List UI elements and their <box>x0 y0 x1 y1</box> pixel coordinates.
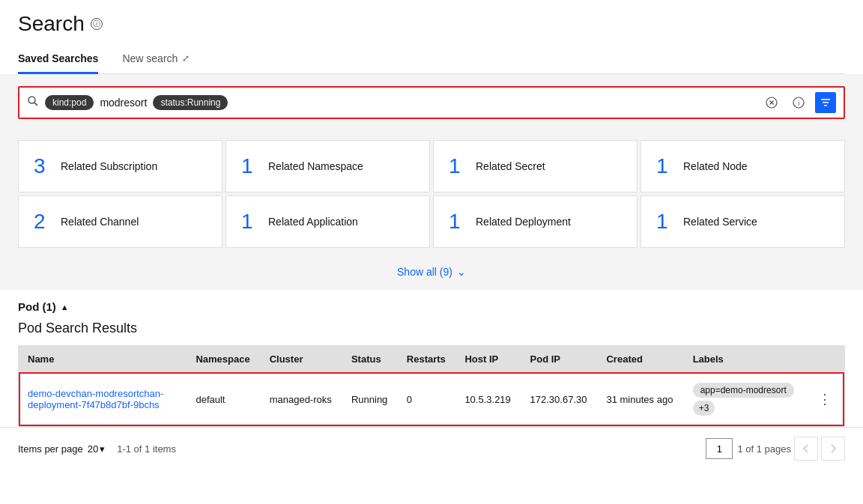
col-pod-ip: Pod IP <box>521 346 598 372</box>
search-icon <box>27 95 39 110</box>
search-bar: kind:pod modresort status:Running <box>18 86 845 119</box>
pod-section-title: Pod (1) <box>18 300 56 313</box>
cell-name: demo-devchan-modresortchan-deployment-7f… <box>19 372 187 426</box>
header-info-icon[interactable]: ⓘ <box>91 18 103 30</box>
col-status: Status <box>342 346 398 372</box>
next-page-button[interactable] <box>821 437 845 461</box>
pod-caret-icon: ▲ <box>61 303 69 312</box>
cell-pod-ip: 172.30.67.30 <box>521 372 598 426</box>
tab-new-search[interactable]: New search ⤢ <box>122 45 190 74</box>
search-text-modresort: modresort <box>100 97 147 109</box>
col-actions <box>805 346 844 372</box>
col-restarts: Restarts <box>398 346 456 372</box>
col-cluster: Cluster <box>261 346 342 372</box>
cell-labels: app=demo-modresort +3 <box>684 372 805 426</box>
page-title: Search <box>18 12 85 36</box>
col-name: Name <box>19 346 187 372</box>
related-card-namespace[interactable]: 1 Related Namespace <box>225 140 430 192</box>
pod-name-link[interactable]: demo-devchan-modresortchan-deployment-7f… <box>28 388 163 410</box>
related-card-node[interactable]: 1 Related Node <box>641 140 845 192</box>
cell-host-ip: 10.5.3.219 <box>455 372 521 426</box>
svg-rect-9 <box>824 105 827 106</box>
results-table: Name Namespace Cluster Status Restarts H… <box>19 346 844 426</box>
related-grid: 3 Related Subscription 1 Related Namespa… <box>18 140 845 248</box>
related-section: 3 Related Subscription 1 Related Namespa… <box>0 131 863 254</box>
svg-rect-7 <box>821 99 830 100</box>
col-labels: Labels <box>684 346 805 372</box>
chevron-down-icon: ⌄ <box>457 266 466 278</box>
per-page-chevron-icon: ▾ <box>100 443 105 455</box>
results-title: Pod Search Results <box>18 321 845 345</box>
svg-text:i: i <box>798 100 799 107</box>
tag-status-running[interactable]: status:Running <box>153 95 228 110</box>
new-tab-icon: ⤢ <box>182 53 190 64</box>
related-card-application[interactable]: 1 Related Application <box>225 195 430 248</box>
items-per-page-label: Items per page <box>18 443 83 455</box>
tab-saved-searches[interactable]: Saved Searches <box>18 45 98 74</box>
cell-namespace: default <box>187 372 260 426</box>
search-clear-button[interactable] <box>761 92 782 113</box>
svg-rect-8 <box>823 102 829 103</box>
page-number-input[interactable] <box>706 438 733 459</box>
cell-restarts: 0 <box>398 372 456 426</box>
svg-line-1 <box>34 103 37 106</box>
search-info-button[interactable]: i <box>788 92 809 113</box>
pod-section: Pod (1) ▲ <box>0 290 863 321</box>
pod-header[interactable]: Pod (1) ▲ <box>18 290 845 321</box>
page-range: 1-1 of 1 items <box>117 443 176 455</box>
page-total: 1 of 1 pages <box>737 443 791 455</box>
search-bar-wrapper: kind:pod modresort status:Running <box>0 74 863 131</box>
page-input-group: 1 of 1 pages <box>706 438 791 459</box>
svg-point-0 <box>28 97 35 103</box>
related-card-service[interactable]: 1 Related Service <box>641 195 845 248</box>
items-per-page: Items per page 20 ▾ <box>18 443 105 455</box>
prev-page-button[interactable] <box>794 437 818 461</box>
related-card-subscription[interactable]: 3 Related Subscription <box>18 140 222 192</box>
table-row: demo-devchan-modresortchan-deployment-7f… <box>19 372 844 426</box>
items-per-page-select[interactable]: 20 ▾ <box>88 443 105 455</box>
col-host-ip: Host IP <box>455 346 521 372</box>
col-namespace: Namespace <box>187 346 260 372</box>
label-badge-app: app=demo-modresort <box>693 383 794 398</box>
show-all-row: Show all (9) ⌄ <box>0 254 863 290</box>
cell-created: 31 minutes ago <box>597 372 683 426</box>
col-created: Created <box>597 346 683 372</box>
show-all-button[interactable]: Show all (9) ⌄ <box>397 266 466 278</box>
cell-status: Running <box>342 372 398 426</box>
row-overflow-button[interactable]: ⋮ <box>814 389 835 410</box>
tag-kind-pod[interactable]: kind:pod <box>45 95 94 110</box>
cell-cluster: managed-roks <box>261 372 342 426</box>
cell-overflow: ⋮ <box>805 372 844 426</box>
results-section: Pod Search Results Name Namespace Cluste… <box>0 321 863 427</box>
related-card-deployment[interactable]: 1 Related Deployment <box>433 195 638 248</box>
search-filter-button[interactable] <box>815 92 836 113</box>
page-nav: 1 of 1 pages <box>706 437 845 461</box>
results-table-wrapper: Name Namespace Cluster Status Restarts H… <box>18 345 845 427</box>
related-card-channel[interactable]: 2 Related Channel <box>18 195 222 248</box>
label-badge-extra: +3 <box>693 401 715 416</box>
pagination-row: Items per page 20 ▾ 1-1 of 1 items 1 of … <box>0 427 863 470</box>
related-card-secret[interactable]: 1 Related Secret <box>433 140 638 192</box>
